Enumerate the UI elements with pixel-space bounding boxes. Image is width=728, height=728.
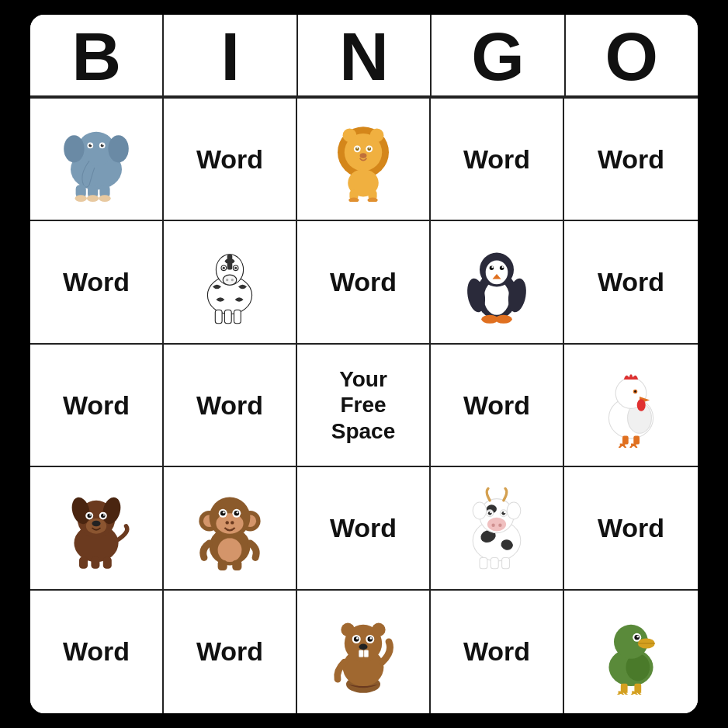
bingo-cell[interactable]: Word (30, 345, 164, 467)
svg-point-77 (87, 514, 92, 518)
svg-point-130 (370, 637, 373, 640)
bingo-cell[interactable]: Word (164, 591, 297, 713)
svg-rect-119 (480, 558, 487, 569)
svg-point-67 (637, 399, 646, 411)
svg-point-39 (226, 279, 228, 281)
svg-point-134 (341, 622, 355, 636)
bingo-cell[interactable]: Word (164, 99, 297, 221)
bingo-cell[interactable]: Word (431, 591, 564, 713)
bingo-cell[interactable] (564, 591, 698, 713)
svg-point-59 (495, 314, 512, 323)
header-letter: G (432, 15, 565, 95)
cell-word-label: Word (330, 512, 397, 544)
bingo-cell[interactable]: Word (164, 345, 297, 467)
cell-word-label: Word (463, 390, 530, 421)
svg-point-135 (372, 622, 386, 636)
svg-rect-83 (91, 557, 99, 569)
svg-point-108 (487, 518, 506, 532)
animal-elephant (30, 99, 162, 220)
svg-point-131 (359, 643, 368, 650)
svg-rect-68 (622, 436, 629, 445)
svg-rect-43 (224, 310, 231, 324)
bingo-cell[interactable] (164, 467, 297, 590)
svg-point-24 (356, 147, 358, 149)
svg-point-129 (356, 637, 359, 640)
animal-duck (564, 591, 698, 713)
svg-point-3 (108, 135, 128, 162)
svg-point-48 (486, 260, 508, 284)
svg-rect-42 (215, 310, 222, 324)
cell-word-label: Word (598, 144, 664, 175)
svg-rect-84 (103, 557, 112, 569)
svg-point-95 (220, 511, 226, 516)
cell-word-label: Word (63, 636, 130, 667)
animal-chicken (564, 345, 698, 466)
header-letter: B (30, 15, 164, 95)
svg-point-100 (231, 522, 234, 525)
svg-point-79 (89, 515, 91, 516)
svg-point-115 (490, 511, 491, 513)
svg-point-51 (490, 265, 494, 270)
bingo-cell[interactable] (30, 467, 164, 590)
svg-point-13 (75, 195, 87, 202)
bingo-cell[interactable]: Word (564, 99, 698, 221)
bingo-cell[interactable]: Word (30, 591, 164, 713)
bingo-cell[interactable]: Word (431, 99, 564, 221)
bingo-cell[interactable] (431, 221, 564, 344)
header-letter: N (298, 15, 432, 95)
bingo-cell[interactable] (164, 221, 297, 344)
svg-rect-120 (491, 558, 498, 569)
svg-point-99 (226, 522, 229, 525)
svg-rect-121 (502, 558, 510, 569)
svg-point-14 (87, 195, 99, 202)
cell-word-label: Word (598, 512, 664, 544)
cell-word-label: Word (196, 390, 263, 421)
svg-point-90 (218, 539, 242, 563)
svg-point-53 (491, 266, 493, 268)
bingo-grid: Word WordWordW (30, 97, 698, 713)
cell-word-label: Word (196, 636, 263, 667)
svg-point-52 (500, 265, 504, 270)
bingo-cell[interactable]: Word (297, 467, 431, 590)
svg-rect-132 (359, 650, 364, 657)
svg-point-18 (343, 129, 357, 143)
svg-point-78 (101, 514, 106, 518)
bingo-cell[interactable] (30, 99, 164, 221)
svg-point-2 (64, 135, 84, 162)
cell-word-label: Word (463, 144, 530, 175)
bingo-cell[interactable]: Your Free Space (297, 345, 431, 467)
bingo-cell[interactable]: Word (30, 221, 164, 344)
svg-point-26 (360, 153, 367, 158)
svg-point-118 (507, 502, 521, 519)
bingo-card: BINGO Word (30, 15, 698, 713)
bingo-cell[interactable] (431, 467, 564, 590)
svg-rect-133 (364, 650, 369, 657)
svg-point-25 (369, 147, 370, 149)
free-space-label: Your Free Space (331, 366, 396, 445)
svg-point-127 (354, 636, 359, 642)
bingo-cell[interactable] (297, 99, 431, 221)
bingo-cell[interactable] (564, 345, 698, 467)
bingo-cell[interactable]: Word (297, 221, 431, 344)
animal-zebra (164, 221, 296, 342)
cell-word-label: Word (63, 266, 130, 298)
svg-rect-82 (79, 557, 88, 569)
svg-point-19 (370, 129, 384, 143)
svg-point-110 (498, 524, 501, 527)
cell-word-label: Word (330, 266, 397, 298)
bingo-cell[interactable]: Word (564, 221, 698, 344)
header-letter: O (566, 15, 698, 95)
animal-cow (431, 467, 563, 588)
svg-point-38 (234, 266, 237, 269)
svg-rect-41 (227, 254, 233, 269)
svg-point-65 (634, 390, 636, 393)
animal-dog (30, 467, 162, 588)
svg-rect-69 (633, 436, 640, 445)
cell-word-label: Word (463, 636, 530, 667)
cell-word-label: Word (196, 144, 263, 175)
svg-point-40 (231, 279, 234, 281)
bingo-cell[interactable]: Word (431, 345, 564, 467)
svg-rect-144 (621, 683, 628, 692)
bingo-cell[interactable]: Word (564, 467, 698, 590)
bingo-cell[interactable] (297, 591, 431, 713)
